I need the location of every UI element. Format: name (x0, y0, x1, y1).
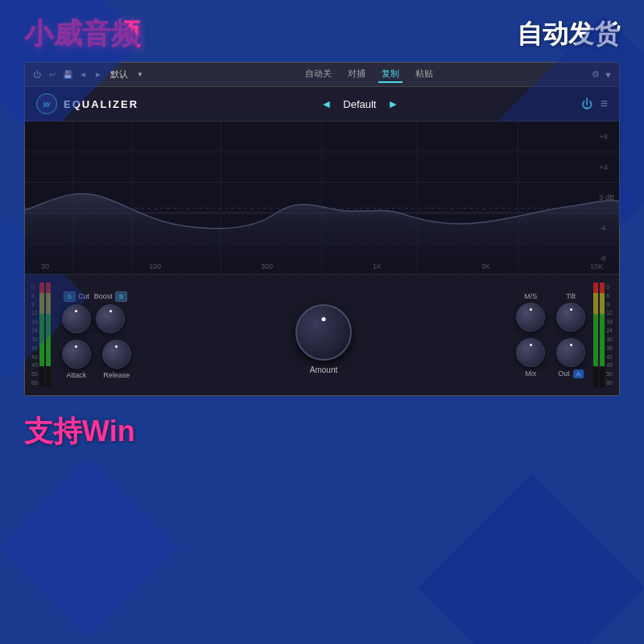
amount-knob-dot (322, 317, 326, 321)
freq-10k: 10K (590, 262, 603, 270)
amount-knob[interactable] (295, 304, 352, 361)
db-label-0: 0 dB (599, 193, 614, 201)
tilt-knob[interactable] (556, 303, 585, 332)
freq-300: 300 (261, 262, 273, 270)
cut-knob[interactable] (62, 304, 91, 333)
freq-100: 100 (149, 262, 161, 270)
ms-knob[interactable] (516, 303, 545, 332)
db-label-n4: -4 (599, 224, 614, 232)
mix-knob[interactable] (516, 338, 545, 367)
eq-freq-labels: 30 100 300 1K 3K 10K (25, 262, 619, 270)
freq-3k: 3K (481, 262, 490, 270)
db-label-4: +4 (599, 163, 614, 171)
attack-knob[interactable] (62, 340, 91, 369)
out-knob[interactable] (556, 338, 585, 367)
db-label-8: +8 (599, 133, 614, 141)
eq-display: +8 +4 0 dB -4 -8 30 100 300 1K 3K 10K (25, 122, 619, 275)
release-knob[interactable] (102, 340, 131, 369)
freq-30: 30 (41, 262, 49, 270)
eq-grid-svg (25, 122, 619, 274)
eq-db-labels: +8 +4 0 dB -4 -8 (599, 122, 614, 274)
boost-knob[interactable] (96, 304, 125, 333)
freq-1k: 1K (373, 262, 382, 270)
db-label-n8: -8 (599, 254, 614, 262)
